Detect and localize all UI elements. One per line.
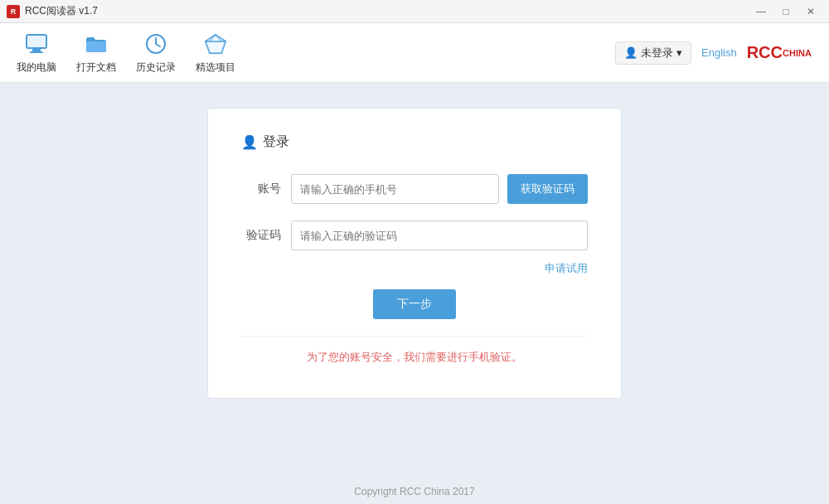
main-content: 👤 登录 账号 获取验证码 验证码 申请试用 下一步 为了您的账号安全，我们需要… [0, 83, 829, 479]
toolbar-label-featured: 精选项目 [196, 61, 235, 75]
title-user-icon: 👤 [241, 134, 258, 150]
toolbar-btn-open-doc[interactable]: 打开文档 [66, 25, 126, 81]
phone-label: 账号 [241, 182, 281, 196]
login-card: 👤 登录 账号 获取验证码 验证码 申请试用 下一步 为了您的账号安全，我们需要… [207, 108, 622, 399]
notice-text: 为了您的账号安全，我们需要进行手机验证。 [241, 350, 588, 365]
footer: Copyright RCC China 2017 [0, 479, 829, 504]
toolbar-label-history: 历史记录 [136, 61, 176, 75]
svg-text:CHINA: CHINA [783, 48, 812, 58]
toolbar-nav: 我的电脑 打开文档 历史记录 [7, 25, 245, 81]
close-button[interactable]: ✕ [799, 2, 822, 21]
code-label: 验证码 [241, 228, 281, 243]
svg-line-7 [156, 44, 160, 46]
folder-icon [83, 31, 109, 57]
svg-rect-2 [30, 51, 43, 53]
app-icon: R [7, 5, 20, 18]
apply-trial-link[interactable]: 申请试用 [545, 262, 588, 274]
rcc-logo-suffix: CHINA [783, 45, 822, 61]
app-title: RCC阅读器 v1.7 [25, 4, 98, 18]
language-button[interactable]: English [701, 46, 737, 59]
clock-icon [143, 31, 169, 57]
get-code-button[interactable]: 获取验证码 [507, 174, 588, 204]
svg-rect-3 [27, 36, 46, 47]
minimize-button[interactable]: — [749, 2, 773, 21]
toolbar-btn-history[interactable]: 历史记录 [126, 25, 186, 81]
toolbar-label-my-pc: 我的电脑 [17, 61, 56, 75]
svg-rect-1 [32, 48, 41, 51]
user-icon: 👤 [624, 46, 638, 59]
chevron-down-icon: ▾ [676, 46, 682, 59]
login-label: 未登录 [641, 46, 673, 61]
toolbar: 我的电脑 打开文档 历史记录 [0, 23, 829, 83]
card-title: 👤 登录 [241, 133, 588, 151]
window-controls: — □ ✕ [749, 2, 822, 21]
rcc-logo-rcc: RCC [747, 43, 783, 62]
toolbar-btn-featured[interactable]: 精选项目 [186, 25, 245, 81]
title-bar-left: R RCC阅读器 v1.7 [7, 4, 98, 18]
phone-input[interactable] [291, 174, 499, 204]
code-row: 验证码 [241, 220, 588, 250]
card-title-text: 登录 [263, 133, 289, 151]
code-input[interactable] [291, 220, 588, 250]
divider [241, 336, 588, 337]
next-btn-row: 下一步 [241, 289, 588, 319]
next-button[interactable]: 下一步 [373, 289, 456, 319]
phone-row: 账号 获取验证码 [241, 174, 588, 204]
apply-trial-row: 申请试用 [241, 260, 588, 276]
footer-text: Copyright RCC China 2017 [354, 486, 474, 497]
pc-icon [23, 31, 50, 57]
rcc-logo: RCC CHINA [747, 43, 822, 62]
toolbar-label-open-doc: 打开文档 [76, 61, 116, 75]
toolbar-right: 👤 未登录 ▾ English RCC CHINA [615, 41, 822, 65]
diamond-icon [202, 31, 229, 57]
login-dropdown-btn[interactable]: 👤 未登录 ▾ [615, 41, 691, 65]
toolbar-btn-my-pc[interactable]: 我的电脑 [7, 25, 66, 81]
svg-rect-4 [86, 41, 106, 52]
title-bar: R RCC阅读器 v1.7 — □ ✕ [0, 0, 829, 23]
maximize-button[interactable]: □ [774, 2, 797, 21]
